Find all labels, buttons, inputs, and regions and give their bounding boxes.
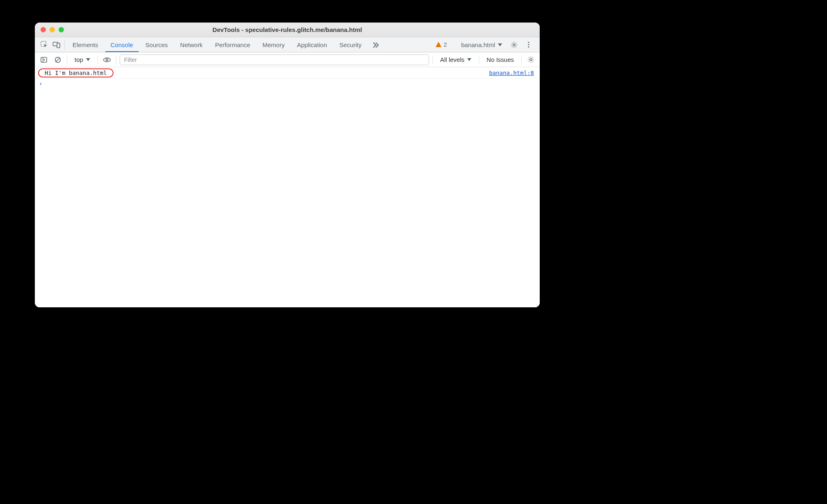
warnings-count[interactable]: 2 — [433, 41, 450, 48]
separator — [432, 55, 433, 64]
console-output[interactable]: Hi I'm banana.html banana.html:8 › — [35, 67, 540, 307]
more-tabs-icon[interactable] — [368, 37, 384, 52]
minimize-window-button[interactable] — [50, 27, 55, 32]
tab-label: Security — [339, 41, 361, 48]
traffic-lights — [35, 27, 64, 32]
issues-label: No Issues — [486, 56, 514, 63]
tab-network[interactable]: Network — [174, 37, 209, 52]
log-source-link[interactable]: banana.html:8 — [489, 70, 536, 76]
svg-point-4 — [528, 42, 529, 43]
clear-console-icon[interactable] — [52, 54, 64, 66]
svg-point-5 — [528, 44, 529, 45]
maximize-window-button[interactable] — [59, 27, 64, 32]
target-select[interactable]: banana.html — [458, 41, 505, 48]
issues-button[interactable]: No Issues — [482, 56, 518, 63]
panel-tabbar: Elements Console Sources Network Perform… — [35, 37, 540, 52]
svg-rect-7 — [41, 57, 47, 62]
titlebar: DevTools - speculative-rules.glitch.me/b… — [35, 23, 540, 37]
tab-label: Memory — [263, 41, 285, 48]
tab-performance[interactable]: Performance — [209, 37, 257, 52]
execution-context-select[interactable]: top — [70, 56, 94, 63]
tab-sources[interactable]: Sources — [139, 37, 174, 52]
context-label: top — [75, 56, 83, 63]
chevron-down-icon — [86, 58, 90, 61]
chevron-down-icon — [467, 58, 471, 61]
kebab-menu-icon[interactable] — [523, 41, 535, 48]
console-log-row: Hi I'm banana.html banana.html:8 — [35, 67, 540, 79]
separator — [98, 55, 98, 64]
log-message: Hi I'm banana.html — [45, 70, 107, 76]
window-title: DevTools - speculative-rules.glitch.me/b… — [35, 26, 540, 33]
chevron-down-icon — [498, 43, 502, 46]
filter-input[interactable] — [120, 54, 429, 65]
svg-rect-2 — [57, 43, 60, 48]
console-prompt[interactable]: › — [35, 79, 540, 89]
close-window-button[interactable] — [41, 27, 46, 32]
tab-label: Application — [297, 41, 327, 48]
console-toolbar: top All levels No Issues — [35, 52, 540, 67]
devtools-window: DevTools - speculative-rules.glitch.me/b… — [35, 23, 540, 307]
prompt-caret-icon: › — [39, 80, 42, 87]
toggle-sidebar-icon[interactable] — [38, 54, 50, 66]
tab-elements[interactable]: Elements — [66, 37, 105, 52]
svg-point-12 — [530, 59, 532, 61]
console-settings-icon[interactable] — [525, 54, 536, 66]
separator — [116, 55, 116, 64]
device-toolbar-icon[interactable] — [50, 37, 63, 52]
toolbar-right: 2 banana.html — [427, 37, 536, 52]
tab-label: Console — [111, 41, 133, 48]
separator — [479, 55, 479, 64]
svg-line-10 — [56, 58, 60, 61]
svg-point-11 — [106, 59, 108, 61]
log-levels-select[interactable]: All levels — [436, 56, 475, 63]
separator — [521, 55, 522, 64]
separator — [67, 55, 67, 64]
tab-label: Sources — [145, 41, 168, 48]
tab-label: Elements — [73, 41, 98, 48]
svg-point-6 — [528, 46, 529, 48]
svg-point-3 — [513, 44, 515, 46]
inspect-element-icon[interactable] — [38, 37, 50, 52]
warnings-count-value: 2 — [444, 41, 447, 48]
tab-memory[interactable]: Memory — [257, 37, 291, 52]
warning-icon — [435, 41, 442, 48]
separator — [64, 40, 65, 50]
tab-security[interactable]: Security — [333, 37, 368, 52]
tab-application[interactable]: Application — [291, 37, 333, 52]
live-expression-icon[interactable] — [101, 54, 113, 66]
target-label: banana.html — [461, 41, 495, 48]
tab-label: Performance — [215, 41, 250, 48]
log-message-wrap: Hi I'm banana.html — [45, 70, 107, 76]
levels-label: All levels — [440, 56, 464, 63]
tab-console[interactable]: Console — [105, 37, 139, 52]
tab-label: Network — [180, 41, 203, 48]
settings-icon[interactable] — [508, 41, 520, 49]
